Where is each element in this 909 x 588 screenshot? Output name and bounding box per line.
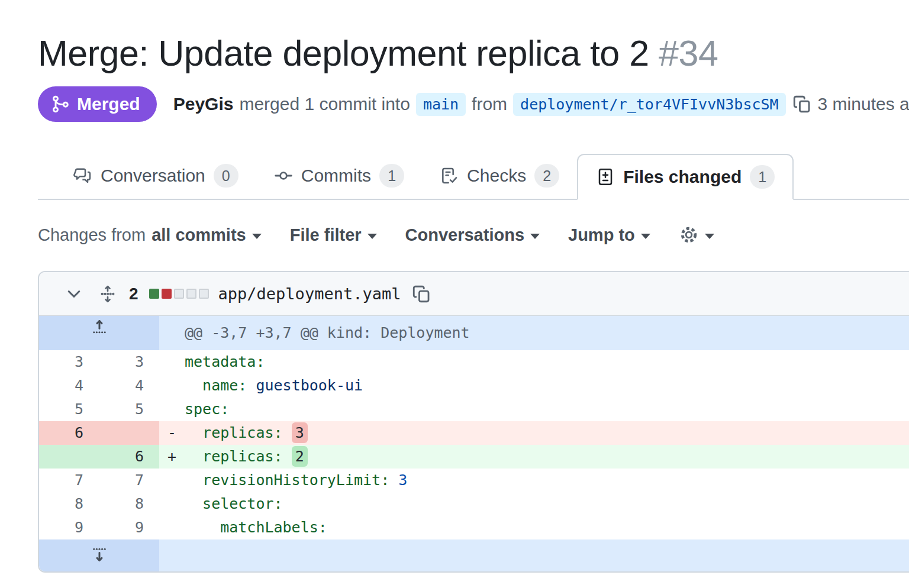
file-changes-count: 2 bbox=[129, 285, 138, 303]
expand-up-button[interactable] bbox=[39, 316, 159, 350]
chevron-down-icon bbox=[705, 234, 714, 239]
code-token: metadata: bbox=[185, 353, 265, 370]
old-line-number[interactable]: 3 bbox=[39, 350, 99, 374]
old-line-number[interactable]: 7 bbox=[39, 469, 99, 492]
pr-number: #34 bbox=[659, 33, 718, 73]
code-token: guestbook-ui bbox=[256, 377, 363, 394]
diff-toolbar: Changes from all commits File filter Con… bbox=[38, 225, 909, 245]
git-merge-icon bbox=[51, 95, 70, 114]
new-line-number[interactable]: 8 bbox=[99, 492, 159, 516]
jump-to-label: Jump to bbox=[568, 225, 635, 245]
code-token bbox=[283, 448, 292, 465]
code-token: revisionHistoryLimit: bbox=[185, 471, 389, 489]
changed-word: 2 bbox=[292, 446, 308, 467]
merged-label: Merged bbox=[77, 94, 140, 114]
diff-settings-dropdown[interactable] bbox=[679, 225, 714, 245]
diff-line-context: 55spec: bbox=[39, 398, 909, 421]
old-line-number[interactable]: 4 bbox=[39, 374, 99, 398]
old-line-number[interactable]: 6 bbox=[39, 421, 99, 445]
file-diff-icon bbox=[596, 167, 615, 186]
tab-label: Conversation bbox=[101, 166, 205, 186]
diffstat-addition-square bbox=[149, 289, 159, 299]
copy-file-path-button[interactable] bbox=[411, 284, 431, 304]
code-token: matchLabels: bbox=[185, 519, 327, 536]
expand-down-row bbox=[39, 539, 909, 571]
conversations-dropdown[interactable]: Conversations bbox=[405, 225, 540, 245]
expand-down-button[interactable] bbox=[39, 539, 159, 571]
pr-tabs: Conversation 0 Commits 1 Checks 2 bbox=[38, 153, 909, 200]
unfold-icon bbox=[98, 285, 117, 303]
base-branch-label[interactable]: main bbox=[416, 93, 466, 116]
merge-summary: PeyGis merged 1 commit into main from de… bbox=[173, 93, 909, 116]
code-token: selector: bbox=[185, 495, 283, 512]
hunk-header-row: @@ -3,7 +3,7 @@ kind: Deployment bbox=[39, 316, 909, 350]
new-line-number[interactable]: 4 bbox=[99, 374, 159, 398]
tab-checks[interactable]: Checks 2 bbox=[422, 153, 577, 199]
new-line-number[interactable]: 7 bbox=[99, 469, 159, 492]
file-path[interactable]: app/deployment.yaml bbox=[218, 285, 401, 303]
tab-label: Commits bbox=[301, 166, 371, 186]
code-line: + replicas: 2 bbox=[159, 445, 909, 469]
new-line-number[interactable]: 5 bbox=[99, 398, 159, 421]
head-branch-label[interactable]: deployment/r_tor4VFIvvN3bscSM bbox=[513, 93, 786, 116]
code-line: name: guestbook-ui bbox=[159, 374, 909, 398]
merge-action-text: merged 1 commit into bbox=[239, 94, 410, 114]
old-line-number[interactable]: 8 bbox=[39, 492, 99, 516]
old-line-number[interactable]: 9 bbox=[39, 516, 99, 539]
diffstat-neutral-square bbox=[174, 289, 184, 299]
old-line-number[interactable]: 5 bbox=[39, 398, 99, 421]
tab-counter: 2 bbox=[534, 164, 559, 188]
code-token bbox=[283, 424, 292, 441]
old-line-number[interactable] bbox=[39, 445, 99, 469]
pr-meta-row: Merged PeyGis merged 1 commit into main … bbox=[38, 86, 909, 122]
chevron-down-icon bbox=[65, 285, 83, 303]
code-line: matchLabels: bbox=[159, 516, 909, 539]
diff-line-context: 88 selector: bbox=[39, 492, 909, 516]
tab-commits[interactable]: Commits 1 bbox=[256, 153, 422, 199]
diffstat bbox=[149, 289, 209, 299]
diffstat-neutral-square bbox=[199, 289, 209, 299]
code-token: replicas: bbox=[185, 448, 283, 465]
code-token bbox=[247, 377, 256, 394]
chevron-down-icon bbox=[641, 234, 650, 239]
expand-all-button[interactable] bbox=[98, 285, 117, 303]
git-commit-icon bbox=[274, 166, 293, 185]
tab-files-changed[interactable]: Files changed 1 bbox=[577, 154, 794, 200]
new-line-number[interactable]: 9 bbox=[99, 516, 159, 539]
comment-discussion-icon bbox=[73, 166, 92, 185]
jump-to-dropdown[interactable]: Jump to bbox=[568, 225, 650, 245]
diff-marker: - bbox=[159, 421, 185, 445]
chevron-down-icon bbox=[530, 234, 540, 239]
diff-line-context: 99 matchLabels: bbox=[39, 516, 909, 539]
diff-line-context: 33metadata: bbox=[39, 350, 909, 374]
new-line-number[interactable]: 6 bbox=[99, 445, 159, 469]
hunk-header-text: @@ -3,7 +3,7 @@ kind: Deployment bbox=[159, 316, 909, 350]
changed-word: 3 bbox=[292, 422, 308, 443]
code-line: spec: bbox=[159, 398, 909, 421]
expand-fill bbox=[159, 539, 909, 571]
code-token: 3 bbox=[389, 471, 407, 489]
copy-branch-button[interactable] bbox=[792, 94, 812, 114]
new-line-number[interactable]: 3 bbox=[99, 350, 159, 374]
conversations-label: Conversations bbox=[405, 225, 524, 245]
file-diff-card: 2 app/deployment.yaml @@ -3,7 +3 bbox=[38, 271, 909, 573]
author-login[interactable]: PeyGis bbox=[173, 94, 234, 114]
chevron-down-icon bbox=[368, 234, 377, 239]
gear-icon bbox=[679, 225, 699, 245]
merged-time: 3 minutes ago bbox=[818, 94, 909, 114]
file-filter-dropdown[interactable]: File filter bbox=[290, 225, 377, 245]
diffstat-neutral-square bbox=[186, 289, 196, 299]
file-header: 2 app/deployment.yaml bbox=[39, 272, 909, 316]
changes-from-dropdown[interactable]: Changes from all commits bbox=[38, 225, 262, 245]
code-line: selector: bbox=[159, 492, 909, 516]
changes-from-label: Changes from bbox=[38, 225, 146, 245]
collapse-file-button[interactable] bbox=[65, 285, 83, 303]
diff-table: @@ -3,7 +3,7 @@ kind: Deployment33metada… bbox=[39, 316, 909, 571]
code-line: metadata: bbox=[159, 350, 909, 374]
tab-conversation[interactable]: Conversation 0 bbox=[56, 153, 256, 199]
pr-title-text: Merge: Update deployment replica to 2 bbox=[38, 33, 649, 73]
copy-icon bbox=[411, 284, 431, 304]
file-filter-label: File filter bbox=[290, 225, 362, 245]
tab-label: Checks bbox=[467, 166, 526, 186]
new-line-number[interactable] bbox=[99, 421, 159, 445]
